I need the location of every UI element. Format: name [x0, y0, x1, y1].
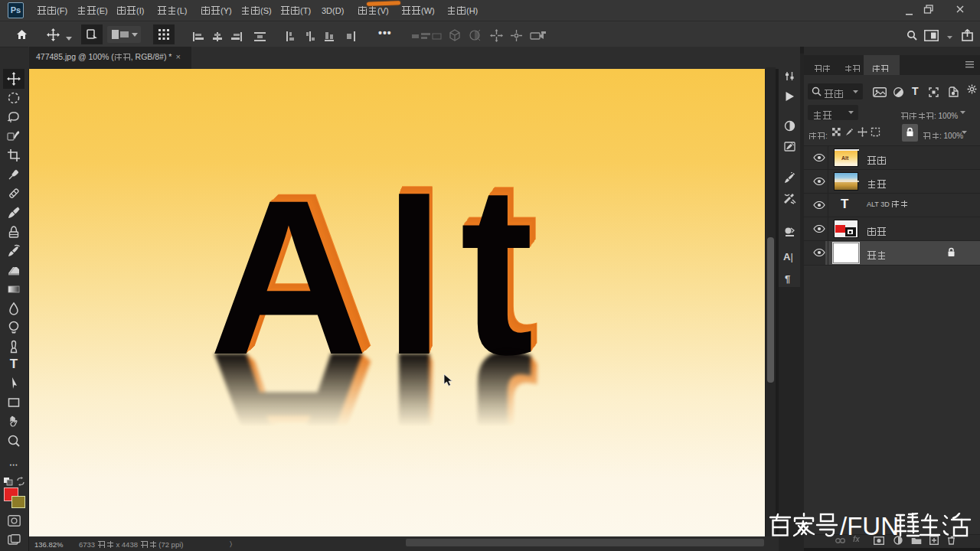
- svg-text:/FUN: /FUN: [840, 513, 899, 539]
